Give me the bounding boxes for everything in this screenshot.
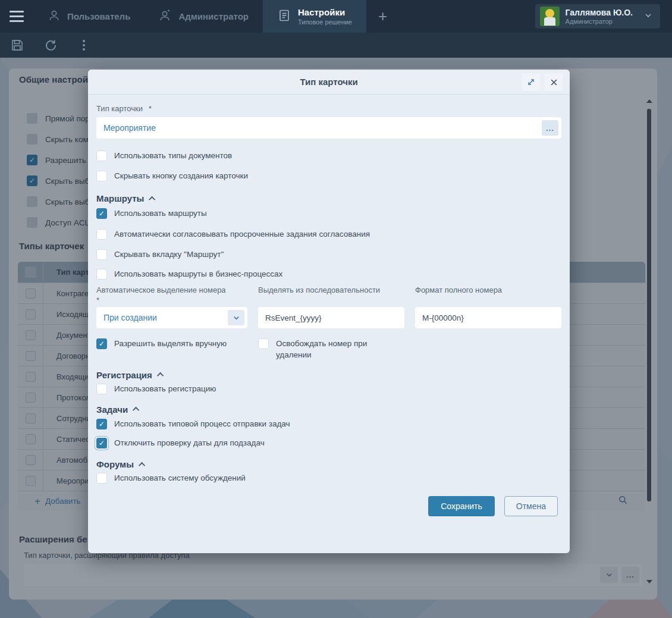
checkbox-row[interactable]: Скрывать вкладку "Маршрут" <box>96 249 561 260</box>
format-input[interactable]: М-{00000n} <box>415 307 561 328</box>
collapse-icon[interactable] <box>157 372 164 379</box>
tab-settings-label: Настройки <box>298 7 352 17</box>
card-type-dialog: Тип карточки <box>88 70 570 553</box>
checkbox[interactable] <box>96 473 107 484</box>
checkbox[interactable] <box>96 384 107 394</box>
more-actions-button[interactable] <box>75 36 93 54</box>
checkbox[interactable] <box>96 171 107 181</box>
checkbox[interactable] <box>96 269 107 280</box>
checkbox-label: Скрывать вкладку "Маршрут" <box>114 249 224 260</box>
required-mark: * <box>149 104 152 113</box>
ellipsis-icon: ... <box>546 124 554 133</box>
checkbox[interactable] <box>258 338 269 349</box>
checkbox-row[interactable]: Отключить проверку даты для подзадач <box>96 438 561 448</box>
close-icon <box>549 78 558 87</box>
checkbox-label: Использовать маршруты в бизнес-процессах <box>114 269 282 280</box>
sequence-value: RsEvent_{yyyy} <box>265 313 322 322</box>
tab-user-label: Пользователь <box>67 11 130 21</box>
checkbox-label: Скрывать кнопку создания карточки <box>114 171 248 181</box>
top-navbar: Пользователь * Администратор Настройки Т… <box>0 0 672 33</box>
card-type-picker-button[interactable]: ... <box>542 120 558 136</box>
checkbox[interactable] <box>96 338 107 349</box>
user-name: Галлямова Ю.О. <box>566 8 633 17</box>
close-dialog-button[interactable] <box>545 73 563 91</box>
checkbox-row[interactable]: Использовать маршруты в бизнес-процессах <box>96 269 561 280</box>
save-button[interactable]: Сохранить <box>428 496 495 516</box>
save-button[interactable] <box>8 36 26 54</box>
svg-text:*: * <box>168 9 170 14</box>
checkbox-row[interactable]: Разрешить выделять вручную <box>96 338 247 360</box>
card-type-input[interactable]: Мероприятие ... <box>96 117 561 139</box>
user-role: Администратор <box>566 18 633 26</box>
user-menu[interactable]: Галлямова Ю.О. Администратор <box>535 4 660 29</box>
checkbox-row[interactable]: Освобождать номер при удалении <box>258 338 404 360</box>
checkbox-label: Освобождать номер при удалении <box>276 338 395 360</box>
chevron-down-icon <box>643 11 653 23</box>
checkbox-label: Использовать типовой процесс отправки за… <box>114 419 290 429</box>
dialog-title: Тип карточки <box>300 77 357 87</box>
floppy-icon <box>10 38 24 52</box>
checkbox-row[interactable]: Автоматически согласовывать просроченные… <box>96 229 561 240</box>
checkbox-row[interactable]: Использовать маршруты <box>96 208 561 219</box>
checkbox-label: Использовать регистрацию <box>114 384 216 394</box>
chevron-down-icon <box>232 313 241 322</box>
user-star-icon: * <box>159 9 172 24</box>
checkbox[interactable] <box>96 438 107 448</box>
toolbar <box>0 33 672 58</box>
sequence-input[interactable]: RsEvent_{yyyy} <box>258 307 404 328</box>
collapse-icon[interactable] <box>149 196 155 203</box>
select-dropdown-button[interactable] <box>228 310 244 325</box>
expand-dialog-button[interactable] <box>522 73 540 91</box>
checkbox[interactable] <box>96 229 107 240</box>
collapse-icon[interactable] <box>139 462 145 469</box>
section-routes: Маршруты <box>96 193 561 203</box>
checkbox-label: Отключить проверку даты для подзадач <box>114 438 265 448</box>
collapse-icon[interactable] <box>133 407 139 413</box>
checkbox-row[interactable]: Использовать систему обсуждений <box>96 473 561 484</box>
section-registration: Регистрация <box>96 370 561 380</box>
user-icon <box>48 9 61 24</box>
tab-admin[interactable]: * Администратор <box>145 0 263 33</box>
card-type-value: Мероприятие <box>103 123 156 133</box>
tab-settings-sublabel: Типовое решение <box>298 18 352 26</box>
tab-admin-label: Администратор <box>178 11 249 21</box>
checkbox-label: Использовать систему обсуждений <box>114 473 246 484</box>
checkbox[interactable] <box>96 249 107 260</box>
checkbox-label: Использовать типы документов <box>114 150 232 161</box>
checkbox[interactable] <box>96 150 107 161</box>
auto-number-select[interactable]: При создании <box>96 307 247 328</box>
avatar <box>540 7 560 26</box>
checkbox-row[interactable]: Использовать типовой процесс отправки за… <box>96 419 561 429</box>
expand-icon <box>526 77 536 87</box>
hamburger-menu-icon[interactable] <box>0 0 33 33</box>
new-tab-button[interactable]: + <box>366 0 399 33</box>
checkbox-row[interactable]: Скрывать кнопку создания карточки <box>96 171 561 181</box>
sequence-label: Выделять из последовательности <box>258 286 404 306</box>
auto-number-value: При создании <box>103 313 157 322</box>
document-icon <box>277 8 291 24</box>
kebab-icon <box>83 40 85 51</box>
checkbox-label: Использовать маршруты <box>114 208 207 219</box>
app-window: Пользователь * Администратор Настройки Т… <box>0 0 672 618</box>
refresh-button[interactable] <box>42 36 59 54</box>
page-content: Общие настройки Прямой поряд Скрыть комм… <box>0 58 672 618</box>
cancel-button[interactable]: Отмена <box>504 496 558 516</box>
checkbox[interactable] <box>96 419 107 429</box>
checkbox-row[interactable]: Использовать типы документов <box>96 150 561 161</box>
checkbox-label: Автоматически согласовывать просроченные… <box>114 229 370 240</box>
format-value: М-{00000n} <box>422 313 464 322</box>
tab-user[interactable]: Пользователь <box>33 0 145 33</box>
checkbox-row[interactable]: Использовать регистрацию <box>96 384 561 394</box>
section-forums: Форумы <box>96 459 561 469</box>
tab-settings[interactable]: Настройки Типовое решение <box>263 0 366 33</box>
auto-number-label: Автоматическое выделение номера* <box>96 286 247 306</box>
checkbox[interactable] <box>96 208 107 219</box>
card-type-field-label: Тип карточки <box>96 104 143 113</box>
checkbox-label: Разрешить выделять вручную <box>114 338 227 349</box>
refresh-icon <box>43 38 58 52</box>
dialog-header: Тип карточки <box>88 70 570 95</box>
section-tasks: Задачи <box>96 404 561 415</box>
format-label: Формат полного номера <box>415 286 561 306</box>
